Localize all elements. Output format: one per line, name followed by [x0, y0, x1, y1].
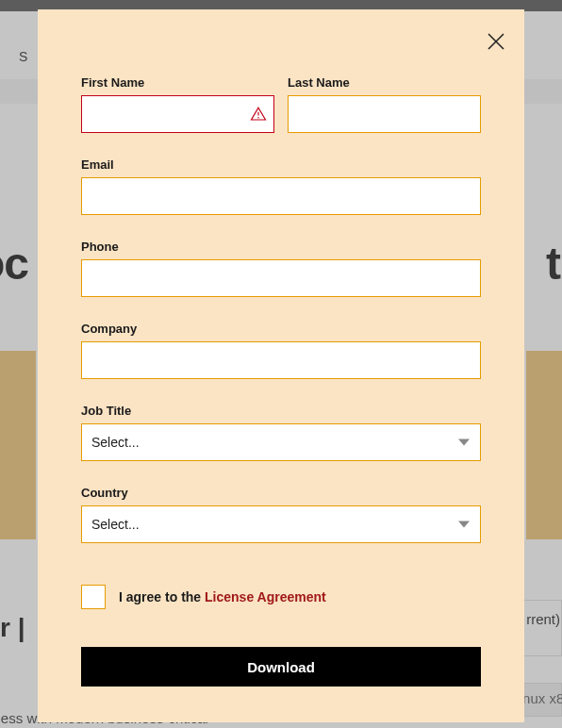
country-label: Country	[81, 486, 481, 500]
svg-point-3	[257, 117, 259, 119]
download-form-modal: First Name Last Name Email Phone	[38, 9, 524, 722]
country-field: Country Select...	[81, 486, 481, 543]
download-button[interactable]: Download	[81, 647, 481, 687]
license-agreement-link[interactable]: License Agreement	[205, 589, 326, 604]
last-name-input[interactable]	[288, 95, 481, 133]
first-name-label: First Name	[81, 75, 274, 90]
chevron-down-icon	[458, 521, 470, 528]
company-field: Company	[81, 322, 481, 379]
last-name-label: Last Name	[288, 75, 481, 90]
company-label: Company	[81, 322, 481, 336]
agree-row: I agree to the License Agreement	[81, 585, 481, 609]
email-label: Email	[81, 157, 481, 172]
chevron-down-icon	[458, 439, 470, 446]
country-selected: Select...	[91, 517, 140, 532]
phone-field: Phone	[81, 240, 481, 297]
first-name-input[interactable]	[81, 95, 274, 133]
email-field: Email	[81, 157, 481, 215]
country-select[interactable]: Select...	[81, 505, 481, 543]
job-title-selected: Select...	[91, 435, 140, 450]
close-button[interactable]	[485, 30, 507, 53]
phone-label: Phone	[81, 240, 481, 254]
agree-checkbox[interactable]	[81, 585, 106, 609]
close-icon	[485, 30, 507, 53]
email-input[interactable]	[81, 177, 481, 215]
last-name-field: Last Name	[288, 75, 481, 133]
first-name-field: First Name	[81, 75, 274, 133]
job-title-select[interactable]: Select...	[81, 423, 481, 461]
job-title-field: Job Title Select...	[81, 404, 481, 461]
agree-text: I agree to the License Agreement	[119, 589, 326, 604]
job-title-label: Job Title	[81, 404, 481, 418]
agree-prefix: I agree to the	[119, 589, 205, 604]
phone-input[interactable]	[81, 259, 481, 297]
warning-icon	[250, 106, 267, 123]
company-input[interactable]	[81, 341, 481, 379]
